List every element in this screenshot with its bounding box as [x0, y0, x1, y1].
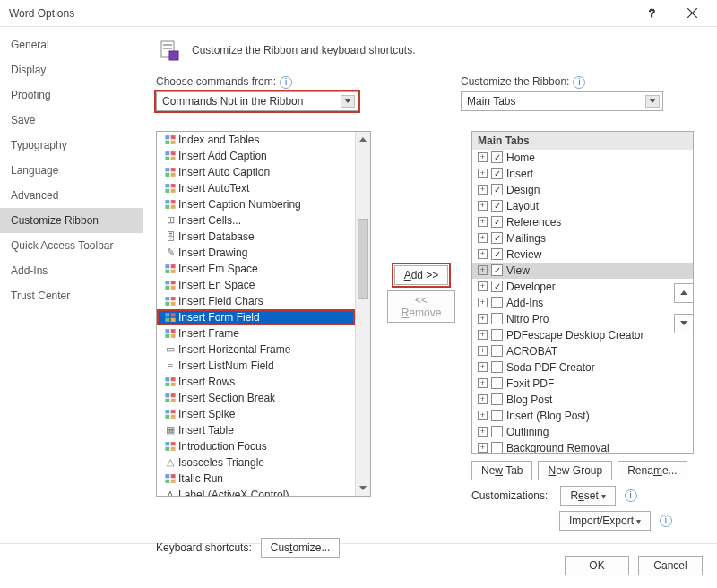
reset-menu-button[interactable]: Reset [560, 486, 615, 506]
checkbox[interactable]: ✓ [491, 264, 503, 276]
cancel-button[interactable]: Cancel [638, 556, 703, 575]
sidebar-item-advanced[interactable]: Advanced [0, 183, 143, 208]
tree-item[interactable]: +Soda PDF Creator [472, 359, 693, 376]
sidebar-item-add-ins[interactable]: Add-Ins [0, 258, 143, 283]
checkbox[interactable] [491, 410, 503, 421]
expand-icon[interactable]: + [478, 233, 488, 243]
info-icon[interactable]: i [660, 514, 672, 527]
command-item[interactable]: Insert Em Space [157, 261, 355, 277]
ribbon-tree[interactable]: Main Tabs+✓Home+✓Insert+✓Design+✓Layout+… [471, 131, 694, 454]
sidebar-item-quick-access-toolbar[interactable]: Quick Access Toolbar [0, 233, 143, 258]
commands-listbox[interactable]: Index and TablesInsert Add CaptionInsert… [156, 131, 371, 497]
checkbox[interactable] [491, 393, 503, 405]
new-group-button[interactable]: New Group [538, 461, 612, 480]
expand-icon[interactable]: + [478, 378, 488, 388]
expand-icon[interactable]: + [478, 394, 488, 404]
checkbox[interactable] [491, 377, 503, 389]
info-icon[interactable]: i [573, 76, 585, 89]
checkbox[interactable]: ✓ [491, 232, 503, 244]
tree-item[interactable]: +Foxit PDF [472, 376, 693, 392]
expand-icon[interactable]: + [478, 169, 488, 178]
expand-icon[interactable]: + [478, 443, 488, 453]
expand-icon[interactable]: + [478, 265, 488, 275]
tree-item[interactable]: +Nitro Pro [472, 311, 693, 327]
command-item[interactable]: ✎Insert Drawing [157, 245, 355, 261]
command-item[interactable]: Italic Run [157, 471, 355, 487]
command-item[interactable]: Introduction Focus [157, 438, 355, 454]
rename-button[interactable]: Rename... [618, 461, 687, 480]
expand-icon[interactable]: + [478, 281, 488, 291]
tree-item[interactable]: +Add-Ins [472, 295, 693, 311]
tree-item[interactable]: +✓Developer [472, 279, 693, 295]
checkbox[interactable] [491, 313, 503, 324]
command-item[interactable]: Index and Tables [157, 132, 355, 148]
tree-item[interactable]: +✓Design [472, 182, 693, 198]
expand-icon[interactable]: + [478, 201, 488, 211]
command-item[interactable]: Insert Auto Caption [157, 164, 355, 180]
new-tab-button[interactable]: New Tab [471, 461, 532, 480]
command-item[interactable]: Insert Rows [157, 374, 355, 390]
sidebar-item-display[interactable]: Display [0, 57, 143, 82]
sidebar-item-customize-ribbon[interactable]: Customize Ribbon [0, 208, 143, 233]
sidebar-item-save[interactable]: Save [0, 108, 143, 133]
tree-item[interactable]: +ACROBAT [472, 343, 693, 359]
add-button[interactable]: Add >> [394, 265, 449, 285]
checkbox[interactable] [491, 426, 503, 437]
tree-item[interactable]: +✓Layout [472, 198, 693, 214]
expand-icon[interactable]: + [478, 330, 488, 340]
checkbox[interactable]: ✓ [491, 200, 503, 212]
expand-icon[interactable]: + [478, 249, 488, 259]
checkbox[interactable]: ✓ [491, 281, 503, 292]
sidebar-item-proofing[interactable]: Proofing [0, 82, 143, 108]
tree-item[interactable]: +✓Review [472, 246, 693, 263]
info-icon[interactable]: i [280, 76, 292, 89]
tree-item[interactable]: +✓Mailings [472, 230, 693, 246]
scroll-down-button[interactable] [356, 480, 370, 496]
checkbox[interactable]: ✓ [491, 151, 503, 163]
command-item[interactable]: Insert Add Caption [157, 148, 355, 164]
expand-icon[interactable]: + [478, 152, 488, 162]
checkbox[interactable]: ✓ [491, 248, 503, 260]
expand-icon[interactable]: + [478, 185, 488, 195]
scroll-thumb[interactable] [358, 219, 368, 299]
sidebar-item-typography[interactable]: Typography [0, 133, 143, 158]
checkbox[interactable] [491, 329, 503, 341]
command-item[interactable]: Insert Spike [157, 406, 355, 422]
command-item[interactable]: 🗄Insert Database [157, 229, 355, 245]
checkbox[interactable]: ✓ [491, 168, 503, 179]
tree-item[interactable]: +Insert (Blog Post) [472, 408, 693, 424]
tree-item[interactable]: +✓Insert [472, 166, 693, 182]
command-item[interactable]: Insert Frame [157, 325, 355, 342]
checkbox[interactable] [491, 345, 503, 357]
command-item[interactable]: ⊞Insert Cells... [157, 212, 355, 229]
sidebar-item-general[interactable]: General [0, 32, 143, 57]
command-item[interactable]: Insert AutoText [157, 180, 355, 196]
expand-icon[interactable]: + [478, 411, 488, 420]
customize-ribbon-dropdown[interactable]: Main Tabs [461, 91, 663, 111]
command-item[interactable]: ▦Insert Table [157, 422, 355, 438]
command-item[interactable]: △Isosceles Triangle [157, 454, 355, 471]
checkbox[interactable] [491, 442, 503, 453]
sidebar-item-trust-center[interactable]: Trust Center [0, 283, 143, 308]
expand-icon[interactable]: + [478, 217, 488, 227]
command-item[interactable]: ≡Insert ListNum Field [157, 358, 355, 374]
checkbox[interactable]: ✓ [491, 216, 503, 228]
close-button[interactable] [672, 1, 712, 26]
tree-item[interactable]: +✓Home [472, 150, 693, 166]
scroll-up-button[interactable] [356, 132, 370, 147]
expand-icon[interactable]: + [478, 314, 488, 324]
import-export-menu-button[interactable]: Import/Export [559, 511, 651, 531]
ok-button[interactable]: OK [565, 556, 629, 575]
sidebar-item-language[interactable]: Language [0, 158, 143, 183]
command-item[interactable]: Insert En Space [157, 277, 355, 293]
customize-shortcuts-button[interactable]: Customize... [261, 538, 341, 558]
info-icon[interactable]: i [625, 489, 637, 502]
help-button[interactable]: ? [633, 1, 672, 26]
tree-item[interactable]: +✓References [472, 214, 693, 230]
command-item[interactable]: Insert Section Break [157, 390, 355, 406]
command-item[interactable]: ▭Insert Horizontal Frame [157, 342, 355, 358]
expand-icon[interactable]: + [478, 298, 488, 307]
command-item[interactable]: Insert Caption Numbering [157, 196, 355, 212]
scrollbar[interactable] [355, 132, 370, 496]
command-item[interactable]: Insert Field Chars [157, 293, 355, 309]
